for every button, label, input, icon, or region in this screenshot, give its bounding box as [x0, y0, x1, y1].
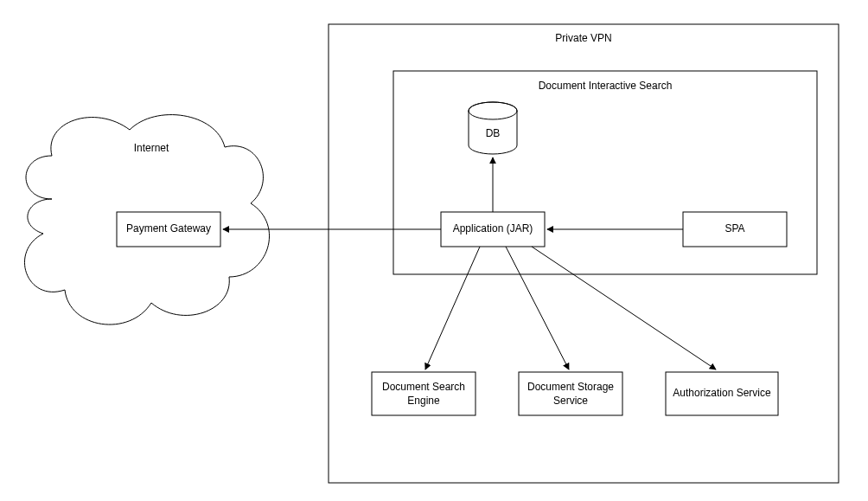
internet-label: Internet [134, 142, 169, 154]
application-box: Application (JAR) [441, 212, 545, 247]
db-cylinder: DB [469, 102, 517, 154]
doc-storage-service-box: Document Storage Service [519, 372, 622, 415]
svg-rect-8 [519, 372, 622, 415]
spa-label: SPA [724, 222, 744, 234]
spa-box: SPA [683, 212, 787, 247]
payment-gateway-box: Payment Gateway [117, 212, 220, 247]
architecture-diagram: Internet Payment Gateway Private VPN Doc… [0, 0, 868, 501]
doc-interactive-search-label: Document Interactive Search [539, 80, 673, 92]
application-label: Application (JAR) [453, 222, 533, 234]
db-label: DB [486, 127, 501, 139]
arrow-app-to-search [425, 247, 480, 369]
doc-storage-service-label-2: Service [553, 395, 588, 407]
authorization-service-label: Authorization Service [673, 387, 771, 399]
private-vpn-label: Private VPN [555, 32, 611, 44]
doc-search-engine-label-1: Document Search [382, 381, 465, 393]
svg-rect-7 [372, 372, 475, 415]
authorization-service-box: Authorization Service [666, 372, 778, 415]
doc-search-engine-label-2: Engine [407, 395, 440, 407]
payment-gateway-label: Payment Gateway [126, 222, 211, 234]
doc-search-engine-box: Document Search Engine [372, 372, 475, 415]
doc-storage-service-label-1: Document Storage [527, 381, 614, 393]
